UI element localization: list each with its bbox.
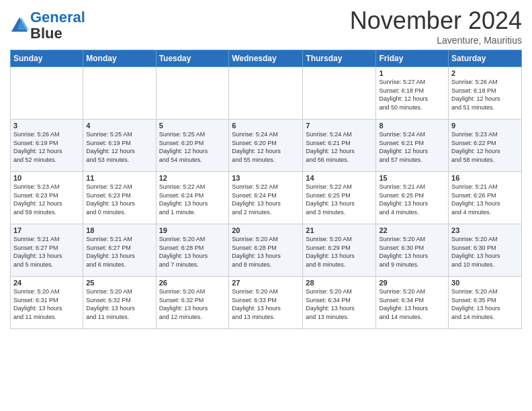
day-number: 8: [379, 122, 445, 130]
title-section: November 2024 Laventure, Mauritius: [350, 7, 522, 46]
day-info: Sunrise: 5:20 AM Sunset: 6:33 PM Dayligh…: [232, 287, 300, 321]
day-number: 24: [13, 279, 80, 287]
calendar-week-row: 1Sunrise: 5:27 AM Sunset: 6:18 PM Daylig…: [11, 67, 522, 120]
day-info: Sunrise: 5:24 AM Sunset: 6:21 PM Dayligh…: [306, 130, 373, 164]
calendar-day-cell: 3Sunrise: 5:26 AM Sunset: 6:19 PM Daylig…: [11, 120, 83, 172]
calendar-day-cell: [156, 67, 229, 120]
day-number: 14: [306, 174, 373, 182]
calendar-day-cell: [11, 67, 83, 120]
day-number: 18: [86, 226, 152, 234]
day-info: Sunrise: 5:27 AM Sunset: 6:18 PM Dayligh…: [379, 78, 445, 111]
weekday-header: Thursday: [303, 50, 376, 67]
day-info: Sunrise: 5:21 AM Sunset: 6:27 PM Dayligh…: [13, 235, 80, 269]
day-number: 27: [232, 279, 300, 287]
day-number: 9: [451, 122, 519, 130]
calendar-week-row: 17Sunrise: 5:21 AM Sunset: 6:27 PM Dayli…: [11, 224, 522, 277]
logo: General Blue: [10, 9, 85, 42]
calendar-day-cell: 18Sunrise: 5:21 AM Sunset: 6:27 PM Dayli…: [83, 224, 156, 277]
day-info: Sunrise: 5:20 AM Sunset: 6:35 PM Dayligh…: [451, 287, 519, 321]
day-number: 5: [159, 122, 226, 130]
calendar-day-cell: 13Sunrise: 5:22 AM Sunset: 6:24 PM Dayli…: [229, 172, 303, 224]
day-info: Sunrise: 5:23 AM Sunset: 6:23 PM Dayligh…: [13, 183, 80, 216]
logo-text: General Blue: [30, 9, 85, 42]
day-number: 10: [13, 174, 80, 182]
day-info: Sunrise: 5:20 AM Sunset: 6:30 PM Dayligh…: [451, 235, 519, 269]
month-title: November 2024: [350, 7, 522, 35]
calendar-day-cell: 19Sunrise: 5:20 AM Sunset: 6:28 PM Dayli…: [156, 224, 229, 277]
calendar-day-cell: 11Sunrise: 5:22 AM Sunset: 6:23 PM Dayli…: [83, 172, 156, 224]
page-header: General Blue November 2024 Laventure, Ma…: [10, 7, 522, 46]
day-number: 26: [159, 279, 226, 287]
calendar-day-cell: 10Sunrise: 5:23 AM Sunset: 6:23 PM Dayli…: [11, 172, 83, 224]
weekday-header: Sunday: [11, 50, 83, 67]
day-number: 3: [13, 122, 80, 130]
calendar-day-cell: 28Sunrise: 5:20 AM Sunset: 6:34 PM Dayli…: [303, 277, 376, 329]
day-number: 12: [159, 174, 226, 182]
day-info: Sunrise: 5:20 AM Sunset: 6:34 PM Dayligh…: [379, 287, 445, 321]
day-info: Sunrise: 5:20 AM Sunset: 6:32 PM Dayligh…: [159, 287, 226, 321]
calendar-day-cell: [83, 67, 156, 120]
day-info: Sunrise: 5:22 AM Sunset: 6:25 PM Dayligh…: [306, 183, 373, 216]
calendar-day-cell: 8Sunrise: 5:24 AM Sunset: 6:21 PM Daylig…: [376, 120, 449, 172]
day-number: 4: [86, 122, 152, 130]
calendar-day-cell: 21Sunrise: 5:20 AM Sunset: 6:29 PM Dayli…: [303, 224, 376, 277]
day-info: Sunrise: 5:21 AM Sunset: 6:26 PM Dayligh…: [451, 183, 519, 216]
day-number: 20: [232, 226, 300, 234]
day-info: Sunrise: 5:20 AM Sunset: 6:29 PM Dayligh…: [306, 235, 373, 269]
calendar-day-cell: 29Sunrise: 5:20 AM Sunset: 6:34 PM Dayli…: [376, 277, 449, 329]
calendar-day-cell: 2Sunrise: 5:26 AM Sunset: 6:18 PM Daylig…: [449, 67, 522, 120]
day-number: 30: [451, 279, 519, 287]
location: Laventure, Mauritius: [350, 35, 522, 46]
calendar-day-cell: 27Sunrise: 5:20 AM Sunset: 6:33 PM Dayli…: [229, 277, 303, 329]
calendar-day-cell: 30Sunrise: 5:20 AM Sunset: 6:35 PM Dayli…: [449, 277, 522, 329]
day-info: Sunrise: 5:21 AM Sunset: 6:25 PM Dayligh…: [379, 183, 445, 216]
day-info: Sunrise: 5:22 AM Sunset: 6:24 PM Dayligh…: [232, 183, 300, 216]
calendar-day-cell: 5Sunrise: 5:25 AM Sunset: 6:20 PM Daylig…: [156, 120, 229, 172]
day-info: Sunrise: 5:24 AM Sunset: 6:20 PM Dayligh…: [232, 130, 300, 164]
calendar-day-cell: [229, 67, 303, 120]
calendar-day-cell: 6Sunrise: 5:24 AM Sunset: 6:20 PM Daylig…: [229, 120, 303, 172]
calendar-week-row: 24Sunrise: 5:20 AM Sunset: 6:31 PM Dayli…: [11, 277, 522, 329]
day-number: 28: [306, 279, 373, 287]
day-info: Sunrise: 5:20 AM Sunset: 6:31 PM Dayligh…: [13, 287, 80, 321]
day-number: 25: [86, 279, 152, 287]
logo-icon: [10, 16, 29, 35]
day-number: 29: [379, 279, 445, 287]
day-number: 13: [232, 174, 300, 182]
calendar-day-cell: 24Sunrise: 5:20 AM Sunset: 6:31 PM Dayli…: [11, 277, 83, 329]
calendar-day-cell: 16Sunrise: 5:21 AM Sunset: 6:26 PM Dayli…: [449, 172, 522, 224]
day-number: 23: [451, 226, 519, 234]
calendar-table: SundayMondayTuesdayWednesdayThursdayFrid…: [10, 50, 522, 329]
day-info: Sunrise: 5:26 AM Sunset: 6:18 PM Dayligh…: [451, 78, 519, 111]
calendar-week-row: 10Sunrise: 5:23 AM Sunset: 6:23 PM Dayli…: [11, 172, 522, 224]
day-number: 7: [306, 122, 373, 130]
day-number: 19: [159, 226, 226, 234]
day-number: 1: [379, 69, 445, 77]
day-info: Sunrise: 5:20 AM Sunset: 6:32 PM Dayligh…: [86, 287, 152, 321]
day-info: Sunrise: 5:26 AM Sunset: 6:19 PM Dayligh…: [13, 130, 80, 164]
day-info: Sunrise: 5:20 AM Sunset: 6:34 PM Dayligh…: [306, 287, 373, 321]
day-number: 2: [451, 69, 519, 77]
day-info: Sunrise: 5:23 AM Sunset: 6:22 PM Dayligh…: [451, 130, 519, 164]
calendar-header-row: SundayMondayTuesdayWednesdayThursdayFrid…: [11, 50, 522, 67]
day-number: 16: [451, 174, 519, 182]
calendar-day-cell: 23Sunrise: 5:20 AM Sunset: 6:30 PM Dayli…: [449, 224, 522, 277]
day-info: Sunrise: 5:20 AM Sunset: 6:28 PM Dayligh…: [232, 235, 300, 269]
calendar-day-cell: 20Sunrise: 5:20 AM Sunset: 6:28 PM Dayli…: [229, 224, 303, 277]
day-number: 21: [306, 226, 373, 234]
calendar-day-cell: 12Sunrise: 5:22 AM Sunset: 6:24 PM Dayli…: [156, 172, 229, 224]
weekday-header: Wednesday: [229, 50, 303, 67]
day-info: Sunrise: 5:25 AM Sunset: 6:20 PM Dayligh…: [159, 130, 226, 164]
calendar-day-cell: 4Sunrise: 5:25 AM Sunset: 6:19 PM Daylig…: [83, 120, 156, 172]
day-number: 6: [232, 122, 300, 130]
weekday-header: Saturday: [449, 50, 522, 67]
calendar-week-row: 3Sunrise: 5:26 AM Sunset: 6:19 PM Daylig…: [11, 120, 522, 172]
day-info: Sunrise: 5:24 AM Sunset: 6:21 PM Dayligh…: [379, 130, 445, 164]
weekday-header: Friday: [376, 50, 449, 67]
day-info: Sunrise: 5:20 AM Sunset: 6:30 PM Dayligh…: [379, 235, 445, 269]
calendar-day-cell: 22Sunrise: 5:20 AM Sunset: 6:30 PM Dayli…: [376, 224, 449, 277]
calendar-day-cell: 25Sunrise: 5:20 AM Sunset: 6:32 PM Dayli…: [83, 277, 156, 329]
day-info: Sunrise: 5:22 AM Sunset: 6:23 PM Dayligh…: [86, 183, 152, 216]
calendar-day-cell: 9Sunrise: 5:23 AM Sunset: 6:22 PM Daylig…: [449, 120, 522, 172]
day-number: 22: [379, 226, 445, 234]
